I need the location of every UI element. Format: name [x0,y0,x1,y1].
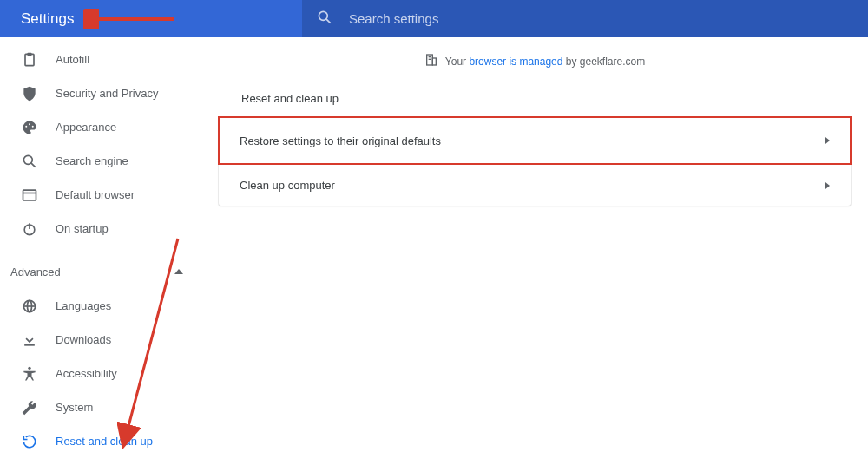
sidebar-item-label: Appearance [56,121,116,134]
search-input[interactable] [349,11,854,26]
main-panel: Your browser is managed by geekflare.com… [201,37,868,452]
chevron-right-icon [825,137,830,144]
reset-card: Restore settings to their original defau… [219,117,851,206]
browser-icon [21,187,38,204]
sidebar: Autofill Security and Privacy Appearance… [0,37,201,452]
page-title: Settings [0,10,302,28]
sidebar-item-label: On startup [56,222,108,235]
row-label: Clean up computer [240,179,335,192]
scroll-thumb[interactable] [201,41,201,51]
sidebar-item-label: Languages [56,299,111,312]
svg-rect-5 [28,52,32,55]
search-icon [316,9,333,29]
sidebar-item-label: Autofill [56,53,89,66]
svg-point-8 [32,125,34,127]
top-header: Settings [0,0,868,37]
svg-line-1 [326,19,331,23]
palette-icon [21,119,38,136]
managed-suffix: by geekflare.com [562,56,645,68]
sidebar-item-label: Security and Privacy [56,87,159,100]
sidebar-item-label: Reset and clean up [56,435,153,448]
managed-prefix: Your [445,56,470,68]
sidebar-item-label: Default browser [56,188,135,201]
sidebar-item-autofill[interactable]: Autofill [0,43,201,76]
sidebar-item-default-browser[interactable]: Default browser [0,178,201,212]
sidebar-item-label: Downloads [56,333,111,346]
svg-point-9 [23,155,32,164]
shield-icon [21,85,38,102]
accessibility-icon [21,365,38,383]
sidebar-item-accessibility[interactable]: Accessibility [0,357,201,390]
sidebar-item-languages[interactable]: Languages [0,289,201,323]
sidebar-item-system[interactable]: System [0,390,201,424]
managed-banner: Your browser is managed by geekflare.com [219,53,851,69]
svg-point-6 [25,125,27,127]
section-heading: Reset and clean up [241,92,851,105]
sidebar-item-security[interactable]: Security and Privacy [0,76,201,110]
building-icon [424,53,438,69]
row-cleanup-computer[interactable]: Clean up computer [219,164,851,206]
row-label: Restore settings to their original defau… [240,134,441,147]
globe-icon [21,298,38,315]
search-bar[interactable] [302,0,868,37]
power-icon [21,220,38,238]
sidebar-section-label: Advanced [10,265,61,278]
chevron-right-icon [825,182,830,189]
managed-link[interactable]: browser is managed [469,56,562,68]
sidebar-item-downloads[interactable]: Downloads [0,323,201,357]
svg-point-0 [319,11,327,20]
svg-line-10 [31,163,36,167]
managed-text: Your browser is managed by geekflare.com [445,56,645,68]
restore-icon [21,433,38,450]
sidebar-item-startup[interactable]: On startup [0,212,201,246]
sidebar-item-label: Accessibility [56,367,117,380]
svg-rect-11 [23,190,36,200]
clipboard-icon [21,51,38,69]
svg-rect-18 [24,344,35,346]
sidebar-item-search-engine[interactable]: Search engine [0,144,201,178]
search-icon [21,153,38,170]
sidebar-scrollbar[interactable] [201,37,201,452]
svg-point-7 [29,123,30,125]
sidebar-item-label: System [56,401,93,414]
row-restore-defaults[interactable]: Restore settings to their original defau… [219,117,851,164]
svg-point-19 [28,366,30,369]
sidebar-item-label: Search engine [56,154,128,167]
wrench-icon [21,399,38,416]
sidebar-advanced-toggle[interactable]: Advanced [0,254,201,289]
sidebar-item-reset[interactable]: Reset and clean up [0,424,201,452]
download-icon [21,331,38,349]
chevron-up-icon [174,269,183,274]
sidebar-item-appearance[interactable]: Appearance [0,110,201,144]
svg-rect-21 [432,58,436,65]
svg-rect-4 [25,54,34,65]
